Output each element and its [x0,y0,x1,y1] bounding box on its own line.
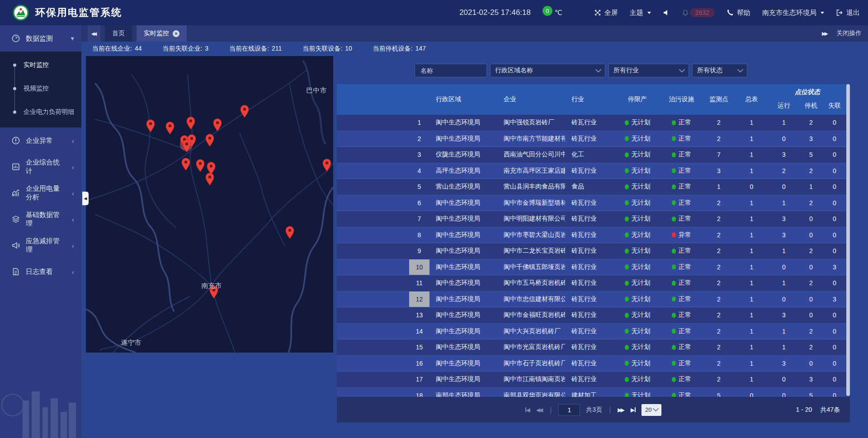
cell-stopped: 2 [799,119,823,126]
sidebar-item-basic-data[interactable]: 基础数据管理 ‹ [0,206,81,232]
fullscreen-button[interactable]: 全屏 [594,9,618,17]
table-row[interactable]: 12 阆中生态环境局 阆中市忠信建材有限公 砖瓦行业 无计划 正常 2 1 0 … [337,292,846,308]
sidebar-collapse-handle[interactable]: ◀ [82,192,89,205]
map-canvas[interactable] [86,56,333,353]
table-row[interactable]: 3 仪陇生态环境局 西南油气田分公司川中 化工 无计划 正常 7 1 3 5 0 [337,147,846,163]
cell-monitor-points: 2 [703,311,735,319]
cell-region: 阆中生态环境局 [429,247,497,255]
table-row[interactable]: 10 阆中生态环境局 阆中千佛镇五郎垭页岩 砖瓦行业 无计划 正常 2 1 0 … [337,259,846,276]
status-dot [625,393,629,397]
page-number-input[interactable] [558,404,580,416]
map-panel[interactable]: 巴中市南充市遂宁市 [86,56,333,353]
sidebar-item-power-analysis[interactable]: 企业用电量分析 ‹ [0,180,81,206]
region-filter-select[interactable]: 行政区域名称 [490,64,605,77]
previous-page-button[interactable]: ◀◀ [536,407,543,413]
name-filter-field[interactable] [415,64,487,77]
map-pin-icon[interactable] [241,105,249,118]
table-row[interactable]: 16 阆中生态环境局 阆中市石子页岩机砖厂 砖瓦行业 无计划 正常 2 1 3 … [337,356,846,372]
table-row[interactable]: 9 阆中生态环境局 阆中市二龙长宝页岩砖 砖瓦行业 无计划 正常 2 1 1 2… [337,243,846,259]
tab-realtime-monitor[interactable]: 实时监控 × [137,25,187,42]
column-header-facility: 治污设施 [660,95,703,104]
theme-dropdown[interactable]: 主题 [630,9,651,17]
page-size-select[interactable]: 20 [642,404,661,416]
map-pin-icon[interactable] [196,160,204,172]
table-row[interactable]: 5 营山生态环境局 营山县润丰肉食品有限 食品 无计划 正常 1 0 0 1 0 [337,179,846,195]
total-pages-label: 共3页 [586,406,602,414]
cell-facility-status: 正常 [660,199,703,207]
tab-bar: ◀◀ 首页 实时监控 × ▶▶ 关闭操作 [81,25,868,42]
table-row[interactable]: 15 阆中生态环境局 阆中市光富页岩机砖厂 砖瓦行业 无计划 正常 2 1 1 … [337,339,846,356]
sidebar-item-realtime-monitor[interactable]: 实时监控 [0,53,81,77]
tabs-scroll-left-button[interactable]: ◀◀ [88,25,100,42]
table-row[interactable]: 17 阆中生态环境局 阆中市江南镇阆南页岩 砖瓦行业 无计划 正常 2 1 0 … [337,372,846,388]
status-dot [625,329,629,334]
table-row[interactable]: 6 阆中生态环境局 阆中市金博瑞新型墙材 砖瓦行业 无计划 正常 2 1 1 2… [337,195,846,212]
table-row[interactable]: 14 阆中生态环境局 阆中大兴页岩机砖厂 砖瓦行业 无计划 正常 2 1 1 2… [337,324,846,340]
table-row[interactable]: 11 阆中生态环境局 阆中市五马桥页岩机砖 砖瓦行业 无计划 正常 2 1 1 … [337,275,846,292]
cell-industry: 砖瓦行业 [565,327,615,335]
table-row[interactable]: 8 阆中生态环境局 阆中市枣碧大梁山页岩 砖瓦行业 无计划 异常 2 1 3 0… [337,227,846,244]
map-pin-icon[interactable] [166,122,174,135]
double-chevron-right-icon[interactable]: ▶▶ [822,31,828,37]
cell-industry: 砖瓦行业 [565,375,615,383]
stats-bar: 当前在线企业:44当前失联企业:3当前在线设备:211当前失联设备:10当前停机… [81,42,868,56]
cell-total-meters: 1 [735,167,769,174]
mute-button[interactable] [663,9,670,16]
close-operations-button[interactable]: 关闭操作 [836,29,862,38]
sidebar-item-data-monitoring[interactable]: 数据监测 ▾ [0,25,81,52]
status-filter-select[interactable]: 所有状态 [692,64,747,77]
sidebar-item-log-view[interactable]: 日志查看 ‹ [0,259,81,285]
last-page-button[interactable]: ▶ [631,407,636,413]
table-row[interactable]: 2 阆中生态环境局 阆中市南方节能建材有 砖瓦行业 无计划 正常 2 1 0 3… [337,131,846,147]
tab-home[interactable]: 首页 [105,25,132,42]
cell-offline: 0 [823,392,846,397]
cell-region: 阆中生态环境局 [429,327,497,335]
sidebar-item-video-monitor[interactable]: 视频监控 [0,77,81,100]
cell-region: 南部生态环境局 [429,391,497,397]
cell-region: 阆中生态环境局 [429,215,497,223]
sidebar-item-enterprise-abnormal[interactable]: 企业异常 ‹ [0,127,81,154]
map-pin-icon[interactable] [146,120,155,132]
sidebar-item-label: 数据监测 [26,34,53,43]
name-filter-input[interactable] [420,66,482,75]
cell-monitor-points: 2 [703,119,735,126]
user-dropdown[interactable]: 南充市生态环境局 [762,9,824,17]
map-pin-icon[interactable] [286,226,294,239]
row-number: 3 [409,147,429,163]
table-row[interactable]: 7 阆中生态环境局 阆中明阳建材有限公司 砖瓦行业 无计划 正常 2 1 3 0… [337,211,846,227]
close-icon[interactable]: × [173,30,179,37]
column-header-company: 企业 [497,95,565,104]
tab-label: 实时监控 [144,29,169,38]
cell-offline: 0 [823,151,846,158]
map-pin-icon[interactable] [182,158,190,171]
table-row[interactable]: 18 南部生态环境局 南部县双华页岩有限公 建材加工 无计划 正常 5 0 0 … [337,388,846,397]
sidebar-item-label: 日志查看 [26,268,53,276]
row-number: 13 [409,307,429,323]
logout-button[interactable]: 退出 [836,9,860,17]
map-pin-icon[interactable] [206,173,214,186]
cell-region: 阆中生态环境局 [429,231,497,239]
map-pin-icon[interactable] [207,162,215,175]
map-pin-icon[interactable] [323,159,331,172]
notifications-button[interactable]: 2632 [682,8,715,17]
help-button[interactable]: 帮助 [726,9,750,17]
cell-region: 阆中生态环境局 [429,295,497,303]
industry-filter-select[interactable]: 所有行业 [609,64,689,77]
cell-total-meters: 1 [735,376,769,383]
cell-limit-status: 无计划 [615,359,660,367]
status-dot [672,393,676,397]
first-page-button[interactable]: ◀ [525,407,530,413]
sidebar-item-emergency-reduction[interactable]: 应急减排管理 ‹ [0,232,81,259]
cell-region: 阆中生态环境局 [429,263,497,271]
next-page-button[interactable]: ▶▶ [618,407,624,413]
table-scrollbar[interactable] [846,84,850,396]
sidebar-item-power-load-detail[interactable]: 企业电力负荷明细 [0,100,81,124]
cell-running: 0 [769,183,799,190]
status-dot [625,297,629,301]
map-pin-icon[interactable] [206,134,214,147]
table-row[interactable]: 4 高坪生态环境局 南充市高坪区王家店建 砖瓦行业 无计划 正常 3 1 2 2… [337,163,846,179]
table-row[interactable]: 13 阆中生态环境局 阆中市金福旺页岩机砖 砖瓦行业 无计划 正常 2 1 3 … [337,307,846,324]
table-row[interactable]: 1 阆中生态环境局 阆中强锐页岩砖厂 砖瓦行业 无计划 正常 2 1 1 2 0 [337,115,846,131]
sidebar-item-enterprise-statistics[interactable]: 企业综合统计 ‹ [0,154,81,180]
map-pin-icon[interactable] [187,117,195,130]
